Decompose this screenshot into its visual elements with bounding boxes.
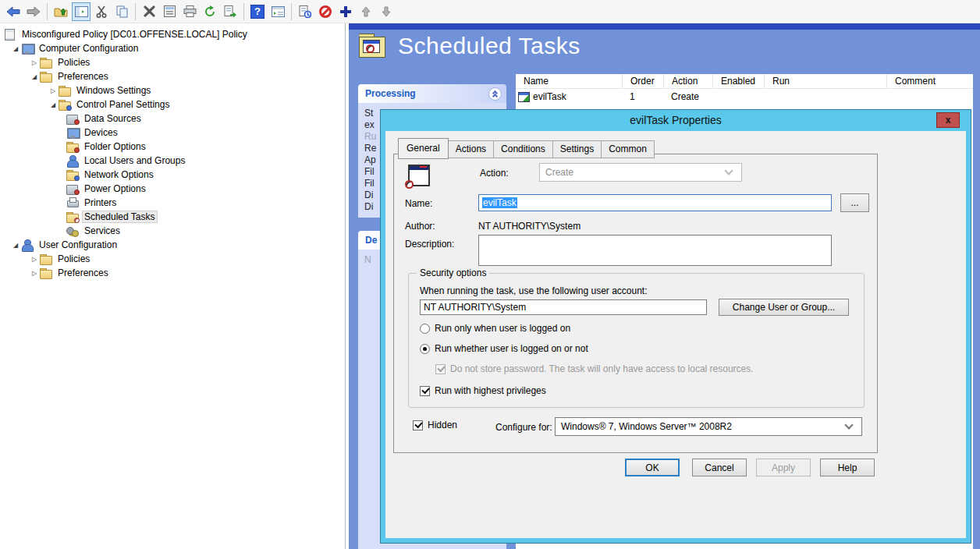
folder-icon: [39, 267, 52, 278]
radio-run-whether[interactable]: Run whether user is logged on or not: [420, 343, 588, 354]
configure-for-label: Configure for:: [495, 422, 552, 433]
properties-icon[interactable]: [160, 2, 179, 21]
expander-icon[interactable]: ◢: [48, 101, 58, 108]
page-title: Scheduled Tasks: [398, 33, 581, 59]
refresh-icon[interactable]: [201, 2, 219, 21]
change-user-button[interactable]: Change User or Group...: [719, 299, 849, 316]
security-options-legend: Security options: [417, 267, 489, 278]
expander-icon[interactable]: ▷: [30, 59, 39, 66]
cut-icon[interactable]: [92, 2, 111, 21]
column-header-order[interactable]: Order: [622, 74, 663, 88]
add-icon[interactable]: [336, 2, 355, 21]
processing-panel-header[interactable]: Processing: [358, 84, 506, 103]
print-icon[interactable]: [180, 2, 199, 21]
radio-icon[interactable]: [420, 324, 430, 334]
name-label: Name:: [405, 198, 432, 209]
delete-icon[interactable]: [140, 2, 158, 21]
tree-item-data-sources[interactable]: Data Sources: [0, 112, 345, 126]
paste-special-icon[interactable]: [296, 2, 314, 21]
general-tab-page: Action: Create Name: evilTask ... Author…: [393, 154, 878, 453]
cancel-button[interactable]: Cancel: [692, 459, 747, 476]
security-options-group: Security options When running the task, …: [408, 273, 865, 408]
tree-item-user-configuration[interactable]: ◢ User Configuration: [0, 238, 345, 252]
description-input[interactable]: [478, 235, 832, 266]
checkbox-no-password[interactable]: Do not store password. The task will onl…: [435, 363, 754, 374]
help-icon[interactable]: ?: [248, 2, 267, 21]
folder-icon: [58, 85, 71, 96]
tree-item-folder-options[interactable]: Folder Options: [0, 140, 345, 154]
tree-item-network-options[interactable]: Network Options: [0, 168, 345, 182]
header-accent-strip: [349, 23, 980, 30]
column-header-enabled[interactable]: Enabled: [712, 74, 764, 88]
power-options-icon: [66, 183, 79, 194]
expander-icon[interactable]: ▷: [30, 270, 39, 277]
tab-general[interactable]: General: [398, 138, 449, 159]
ok-button[interactable]: OK: [625, 459, 680, 476]
tree-item-user-policies[interactable]: ▷ Policies: [0, 252, 345, 266]
user-configuration-icon: [20, 239, 34, 250]
expander-icon[interactable]: ◢: [11, 45, 20, 52]
tab-common[interactable]: Common: [602, 140, 655, 158]
column-header-name[interactable]: Name: [516, 74, 622, 88]
tab-settings[interactable]: Settings: [553, 140, 602, 158]
radio-run-logged-on[interactable]: Run only when user is logged on: [420, 323, 570, 334]
tree-item-control-panel-settings[interactable]: ◢ Control Panel Settings: [0, 97, 345, 112]
tree-item-windows-settings[interactable]: ▷ Windows Settings: [0, 83, 345, 97]
name-input[interactable]: evilTask: [478, 194, 832, 211]
services-icon: [66, 225, 79, 236]
tab-conditions[interactable]: Conditions: [494, 140, 553, 158]
collapse-chevron-icon[interactable]: [488, 87, 502, 101]
export-list-icon[interactable]: [221, 2, 240, 21]
author-label: Author:: [405, 221, 435, 232]
tree-item-policy-root[interactable]: Misconfigured Policy [DC01.OFFENSE.LOCAL…: [0, 27, 345, 41]
folder-icon: [39, 71, 52, 82]
expander-icon[interactable]: ▷: [30, 256, 39, 263]
printers-icon: [66, 197, 79, 208]
computer-icon: [20, 43, 34, 54]
tree-item-preferences[interactable]: ◢ Preferences: [0, 69, 345, 83]
move-up-icon[interactable]: [357, 2, 375, 21]
scheduled-tasks-header-icon: [359, 33, 387, 59]
browse-button[interactable]: ...: [840, 193, 869, 212]
tree-item-printers[interactable]: Printers: [0, 196, 345, 210]
move-down-icon[interactable]: [377, 2, 396, 21]
tree-item-power-options[interactable]: Power Options: [0, 182, 345, 196]
up-one-level-icon[interactable]: [51, 2, 70, 21]
column-header-comment[interactable]: Comment: [886, 74, 973, 88]
action-combobox[interactable]: Create: [539, 163, 742, 182]
show-action-pane-icon[interactable]: [268, 2, 287, 21]
expander-icon[interactable]: ◢: [30, 73, 39, 80]
apply-button[interactable]: Apply: [756, 459, 811, 476]
tree-item-computer-configuration[interactable]: ◢ Computer Configuration: [0, 41, 345, 55]
network-options-icon: [66, 169, 79, 180]
tab-strip: General Actions Conditions Settings Comm…: [398, 138, 655, 158]
column-header-action[interactable]: Action: [663, 74, 712, 88]
checkbox-hidden[interactable]: Hidden: [413, 420, 457, 430]
table-row[interactable]: evilTask 1 Create: [516, 89, 973, 104]
chevron-down-icon: [844, 420, 853, 429]
help-button[interactable]: Help: [820, 459, 875, 476]
column-header-run[interactable]: Run: [764, 74, 886, 88]
account-input[interactable]: NT AUTHORITY\System: [420, 299, 707, 315]
checkbox-highest-privileges[interactable]: Run with highest privileges: [420, 385, 546, 396]
expander-icon[interactable]: ▷: [48, 87, 58, 94]
close-icon[interactable]: x: [936, 112, 960, 128]
disable-icon[interactable]: [316, 2, 335, 21]
tree-item-policies[interactable]: ▷ Policies: [0, 55, 345, 69]
forward-icon[interactable]: [24, 2, 43, 21]
back-icon[interactable]: [4, 2, 23, 21]
tree-item-scheduled-tasks[interactable]: Scheduled Tasks: [0, 210, 345, 224]
expander-icon[interactable]: ◢: [11, 242, 20, 249]
checkbox-checked-icon[interactable]: [413, 420, 423, 430]
show-console-tree-icon[interactable]: [72, 2, 91, 21]
tree-item-services[interactable]: Services: [0, 224, 345, 238]
checkbox-checked-icon[interactable]: [420, 386, 430, 396]
tree-item-devices[interactable]: Devices: [0, 126, 345, 140]
data-sources-icon: [66, 113, 79, 124]
radio-selected-icon[interactable]: [420, 344, 430, 354]
configure-for-combobox[interactable]: Windows® 7, Windows Server™ 2008R2: [555, 417, 862, 436]
tree-item-local-users-and-groups[interactable]: Local Users and Groups: [0, 154, 345, 168]
tab-actions[interactable]: Actions: [449, 140, 494, 158]
copy-icon[interactable]: [112, 2, 131, 21]
tree-item-user-preferences[interactable]: ▷ Preferences: [0, 266, 345, 280]
